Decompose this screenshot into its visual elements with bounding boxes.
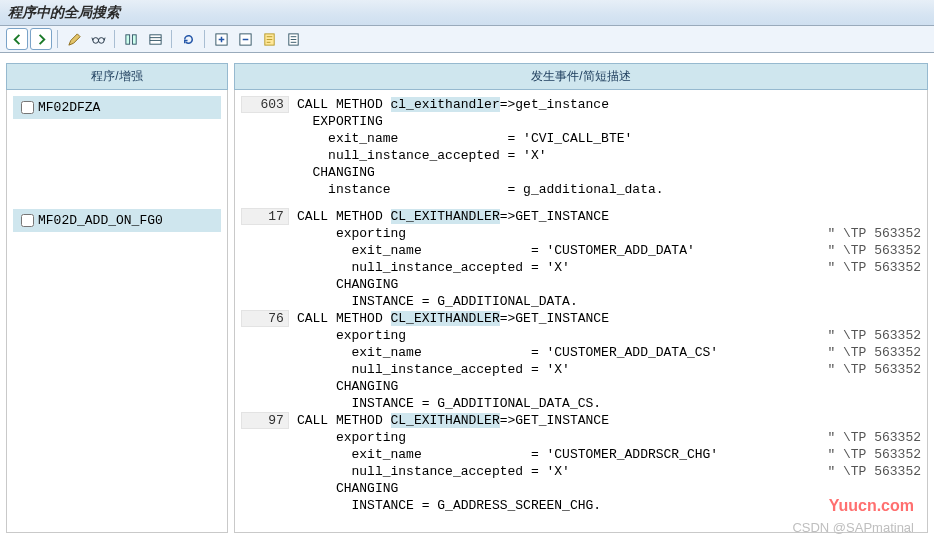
forward-icon[interactable] — [30, 28, 52, 50]
code-list: 603CALL METHOD cl_exithandler=>get_insta… — [234, 90, 928, 533]
code-line: exporting " \TP 563352 — [241, 225, 921, 242]
program-name: MF02D_ADD_ON_FG0 — [38, 213, 163, 228]
page-title: 程序中的全局搜索 — [0, 0, 934, 26]
code-line: EXPORTING — [241, 113, 921, 130]
glasses-icon[interactable] — [87, 28, 109, 50]
code-line: INSTANCE = G_ADDITIONAL_DATA_CS. — [241, 395, 921, 412]
watermark-csdn: CSDN @SAPmatinal — [792, 520, 914, 535]
svg-rect-2 — [125, 34, 129, 43]
svg-point-1 — [98, 37, 104, 43]
code-line: null_instance_accepted = 'X' — [241, 147, 921, 164]
program-list: MF02DFZAMF02D_ADD_ON_FG0 — [6, 90, 228, 533]
svg-rect-4 — [149, 34, 160, 43]
code-line: null_instance_accepted = 'X' " \TP 56335… — [241, 361, 921, 378]
line-number: 76 — [241, 310, 289, 327]
list-icon[interactable] — [144, 28, 166, 50]
columns-icon[interactable] — [120, 28, 142, 50]
code-line: null_instance_accepted = 'X' " \TP 56335… — [241, 259, 921, 276]
minus-box-icon[interactable] — [234, 28, 256, 50]
code-line: CHANGING — [241, 276, 921, 293]
line-number: 17 — [241, 208, 289, 225]
program-item[interactable]: MF02DFZA — [13, 96, 221, 119]
svg-point-0 — [92, 37, 98, 43]
program-item[interactable]: MF02D_ADD_ON_FG0 — [13, 209, 221, 232]
code-line: CHANGING — [241, 480, 921, 497]
program-checkbox[interactable] — [21, 101, 34, 114]
program-name: MF02DFZA — [38, 100, 100, 115]
code-line: 603CALL METHOD cl_exithandler=>get_insta… — [241, 96, 921, 113]
separator — [171, 30, 172, 48]
code-line: null_instance_accepted = 'X' " \TP 56335… — [241, 463, 921, 480]
content: 程序/增强 MF02DFZAMF02D_ADD_ON_FG0 发生事件/简短描述… — [0, 53, 934, 539]
code-line: exporting " \TP 563352 — [241, 327, 921, 344]
note-icon[interactable] — [258, 28, 280, 50]
code-line: CHANGING — [241, 378, 921, 395]
program-checkbox[interactable] — [21, 214, 34, 227]
code-line: exit_name = 'CUSTOMER_ADDRSCR_CHG' " \TP… — [241, 446, 921, 463]
left-column-header: 程序/增强 — [6, 63, 228, 90]
right-column-header: 发生事件/简短描述 — [234, 63, 928, 90]
line-number: 97 — [241, 412, 289, 429]
refresh-icon[interactable] — [177, 28, 199, 50]
code-line: exit_name = 'CVI_CALL_BTE' — [241, 130, 921, 147]
code-line: INSTANCE = G_ADDRESS_SCREEN_CHG. — [241, 497, 921, 514]
separator — [114, 30, 115, 48]
code-line: 97CALL METHOD CL_EXITHANDLER=>GET_INSTAN… — [241, 412, 921, 429]
toolbar — [0, 26, 934, 53]
code-line: INSTANCE = G_ADDITIONAL_DATA. — [241, 293, 921, 310]
page-icon[interactable] — [282, 28, 304, 50]
separator — [57, 30, 58, 48]
code-line: CHANGING — [241, 164, 921, 181]
code-line: instance = g_additional_data. — [241, 181, 921, 198]
svg-rect-3 — [132, 34, 136, 43]
plus-box-icon[interactable] — [210, 28, 232, 50]
code-line: 76CALL METHOD CL_EXITHANDLER=>GET_INSTAN… — [241, 310, 921, 327]
back-icon[interactable] — [6, 28, 28, 50]
line-number: 603 — [241, 96, 289, 113]
pencil-icon[interactable] — [63, 28, 85, 50]
watermark-yuucn: Yuucn.com — [829, 497, 914, 515]
code-line: exporting " \TP 563352 — [241, 429, 921, 446]
code-line: exit_name = 'CUSTOMER_ADD_DATA_CS' " \TP… — [241, 344, 921, 361]
separator — [204, 30, 205, 48]
code-line: exit_name = 'CUSTOMER_ADD_DATA' " \TP 56… — [241, 242, 921, 259]
code-line: 17CALL METHOD CL_EXITHANDLER=>GET_INSTAN… — [241, 208, 921, 225]
